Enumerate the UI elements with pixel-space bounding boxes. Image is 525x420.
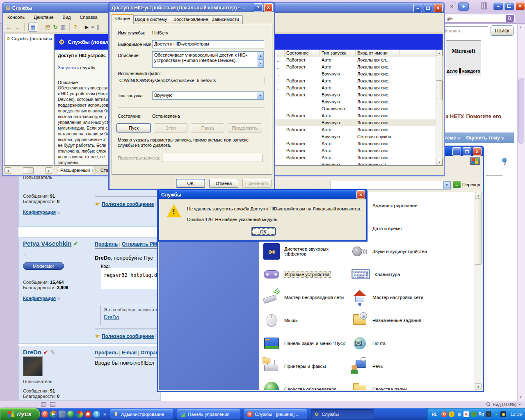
browser-restore-button[interactable]: [504, 2, 514, 10]
quicklaunch-overflow-icon[interactable]: »: [103, 411, 106, 417]
page-scrollbar[interactable]: ▲ ▼: [517, 24, 525, 401]
minimize-button[interactable]: –: [413, 4, 422, 12]
scroll-down-icon[interactable]: ▼: [519, 395, 522, 399]
post-links[interactable]: Профиль | E-mail | Отправ: [95, 350, 159, 356]
cp-item-speech[interactable]: Речь: [351, 356, 438, 376]
zoom-control[interactable]: Вид (100%) ▼: [486, 402, 521, 407]
address-input[interactable]: gle: [435, 14, 515, 23]
properties-titlebar[interactable]: Доступ к HID-устройствам (Локальный комп…: [110, 3, 274, 12]
cp-scroll-down[interactable]: ▼: [475, 383, 482, 390]
cp-scrollbar[interactable]: ▲ ▼: [475, 192, 482, 390]
new-tab-button[interactable]: +: [458, 2, 469, 11]
trash-icon[interactable]: [481, 2, 487, 9]
config-link[interactable]: Конфигурация ▽: [23, 210, 60, 215]
rate-topic-menu[interactable]: Оценить тему ▽: [466, 135, 504, 141]
desc-scroll-up[interactable]: ▲: [258, 52, 264, 59]
cp-item-taskbar-startmenu[interactable]: Панель задач и меню "Пуск": [262, 333, 349, 353]
cp-item-wireless-wizard[interactable]: ))) Мастер беспроводной сети: [262, 288, 349, 307]
cp-item-network-wizard[interactable]: Мастер настройки сети: [351, 288, 438, 307]
taskbar-task-control-panel[interactable]: Панель управления: [177, 409, 240, 419]
description-box[interactable]: Обеспечивает универсальный доступ к HID-…: [152, 51, 264, 68]
quote-user-link[interactable]: DreDo: [104, 314, 119, 320]
close-button[interactable]: ×: [473, 147, 482, 156]
help-button[interactable]: ?: [254, 3, 262, 12]
cp-scroll-thumb[interactable]: [475, 199, 482, 265]
taskbar-task-opera-topic[interactable]: O Службы - [решено] ...: [244, 409, 307, 419]
tray-shield-icon[interactable]: !: [449, 411, 454, 417]
cp-item-mail[interactable]: ✉ Почта: [351, 333, 438, 353]
startup-type-combo[interactable]: Вручную: [152, 91, 264, 100]
export-list-icon[interactable]: ▥: [60, 24, 66, 30]
close-button[interactable]: ×: [434, 4, 443, 12]
tab-close-icon[interactable]: ×: [450, 3, 453, 9]
back-icon[interactable]: ←: [6, 24, 12, 31]
avatar-toggle[interactable]: +: [24, 252, 26, 257]
useful-post-link[interactable]: ☛ Полезное сообщение |: [95, 333, 157, 339]
taskbar-task-services[interactable]: ⚙ Службы: [311, 409, 374, 419]
quick-media-player-icon[interactable]: ▶: [50, 411, 57, 418]
tray-punto-icon[interactable]: Ru: [478, 411, 484, 417]
ok-button[interactable]: OK: [251, 227, 276, 236]
ok-button[interactable]: OK: [176, 179, 205, 188]
tray-kaspersky-icon[interactable]: K: [463, 411, 469, 417]
tab-dependencies[interactable]: Зависимости: [208, 15, 243, 24]
post-author-link[interactable]: DreDo ✔ ✎: [23, 349, 55, 356]
hscroll-right[interactable]: ►: [46, 167, 52, 174]
services-scrollbar[interactable]: ▲ ▼: [436, 50, 443, 165]
cp-item-internet-options[interactable]: Свойства обозревателя: [262, 379, 349, 390]
close-button[interactable]: ×: [264, 3, 273, 12]
refresh-icon[interactable]: ↻: [53, 24, 58, 30]
combo-dropdown-button[interactable]: ▼: [443, 181, 450, 189]
start-button[interactable]: пуск: [0, 408, 40, 420]
browser-close-button[interactable]: ×: [515, 2, 525, 10]
display-name-input[interactable]: Доступ к HID-устройствам: [152, 40, 264, 48]
hscroll-thumb[interactable]: [23, 167, 34, 174]
close-button[interactable]: ×: [356, 190, 365, 199]
show-tree-button[interactable]: ▦: [28, 23, 37, 32]
menu-view[interactable]: Вид: [63, 15, 71, 20]
tray-language-indicator[interactable]: RL: [431, 412, 437, 417]
column-login[interactable]: Вход от имени: [356, 50, 399, 57]
browser-minimize-button[interactable]: –: [493, 2, 503, 10]
tree-item-services-local[interactable]: ⚙ Службы (локальны: [6, 36, 52, 41]
cp-item-folder-options[interactable]: ✔ Свойства папки: [351, 379, 438, 390]
column-status[interactable]: Состояние: [285, 50, 320, 57]
quick-globe-icon[interactable]: [67, 411, 74, 418]
tray-clock[interactable]: 12:19: [510, 412, 522, 417]
scroll-up-icon[interactable]: ▲: [519, 25, 522, 29]
cp-item-scheduled-tasks[interactable]: ◷ Назначенные задания: [351, 310, 438, 330]
tab-logon[interactable]: Вход в систему: [131, 15, 171, 24]
cp-item-printers-faxes[interactable]: Принтеры и факсы: [262, 356, 349, 376]
quick-pinwheel-icon[interactable]: [76, 411, 83, 418]
address-search-button[interactable]: [506, 15, 514, 22]
taskbar-task-administration[interactable]: Администрирование: [110, 409, 173, 419]
panel-toggle-icon[interactable]: [41, 402, 46, 407]
go-button[interactable]: → Переход: [453, 181, 480, 188]
topic-menu-fragment[interactable]: теме ▽: [445, 135, 460, 141]
quick-skype-icon[interactable]: S: [93, 411, 100, 418]
desc-scroll-down[interactable]: ▼: [258, 59, 264, 67]
tab-recovery[interactable]: Восстановление: [170, 15, 212, 24]
column-startup[interactable]: Тип запуска: [320, 50, 356, 57]
svc-scroll-up[interactable]: ▲: [436, 50, 443, 56]
tray-headset-icon[interactable]: ∩: [486, 411, 491, 417]
scrollbar-thumb[interactable]: [518, 78, 524, 144]
startup-combo-arrow[interactable]: ▼: [257, 92, 264, 99]
svc-scroll-down[interactable]: ▼: [436, 159, 443, 165]
images-toggle-icon[interactable]: [50, 402, 55, 407]
cp-item-game-controllers[interactable]: Игровые устройства: [262, 265, 349, 284]
error-titlebar[interactable]: Службы ×: [159, 190, 366, 199]
tab-general[interactable]: Общие: [112, 14, 134, 24]
tray-green-icon[interactable]: ♦: [493, 411, 499, 417]
address-combo[interactable]: ▼: [331, 181, 451, 189]
svc-scroll-thumb[interactable]: [436, 80, 443, 100]
config-link[interactable]: Конфигурация ▽: [23, 296, 60, 301]
cancel-button[interactable]: Отмена: [209, 179, 238, 188]
start-service-link[interactable]: Запустить: [58, 65, 79, 70]
quick-mail-icon[interactable]: @: [84, 411, 91, 418]
view-tab-extended[interactable]: Расширенный: [57, 167, 94, 174]
tray-volume-icon[interactable]: ◉: [500, 411, 506, 417]
useful-post-link[interactable]: ☛ Полезное сообщение |: [95, 201, 157, 207]
post-author-link[interactable]: Petya V4sechkin ✔: [23, 240, 78, 247]
quick-app-icon[interactable]: [59, 411, 66, 418]
